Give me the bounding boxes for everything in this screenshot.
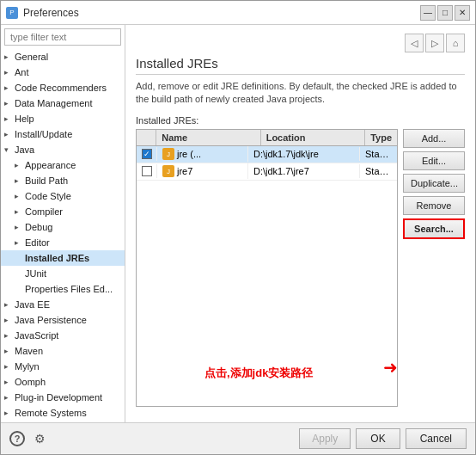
sidebar-item-install-update[interactable]: ▸Install/Update xyxy=(1,126,125,142)
sidebar-item-oomph[interactable]: ▸Oomph xyxy=(1,374,125,390)
checkmark-icon: ✓ xyxy=(143,150,150,158)
sidebar-item-mylyn[interactable]: ▸Mylyn xyxy=(1,359,125,374)
preferences-window: P Preferences — □ ✕ ▸General▸Ant▸Code Re… xyxy=(0,0,476,455)
sidebar-item-label: Mylyn xyxy=(15,361,121,372)
sidebar-item-data-management[interactable]: ▸Data Management xyxy=(1,95,125,111)
edit-button[interactable]: Edit... xyxy=(403,151,465,170)
jre-main: Name Location Type ✓ J jre (... D:\jdk1.… xyxy=(136,129,398,414)
sidebar-item-label: General xyxy=(15,52,121,62)
sidebar-item-label: Appearance xyxy=(25,160,121,170)
sidebar-item-ant[interactable]: ▸Ant xyxy=(1,65,125,80)
jre-row[interactable]: J jre7 D:\jdk1.7\jre7 Standard VM xyxy=(137,163,397,181)
tree-arrow-icon: ▸ xyxy=(15,161,25,169)
apply-button[interactable]: Apply xyxy=(299,428,351,449)
sidebar-item-java-persistence[interactable]: ▸Java Persistence xyxy=(1,312,125,328)
sidebar-item-label: Help xyxy=(15,114,121,124)
sidebar-item-appearance[interactable]: ▸Appearance xyxy=(1,157,125,173)
maximize-button[interactable]: □ xyxy=(437,5,453,21)
jre-type: Standard V... xyxy=(360,147,397,161)
tree-arrow-icon: ▸ xyxy=(4,83,15,92)
settings-icon[interactable]: ⚙ xyxy=(32,431,47,446)
sidebar-item-plug-in-development[interactable]: ▸Plug-in Development xyxy=(1,390,125,405)
sidebar-item-maven[interactable]: ▸Maven xyxy=(1,343,125,359)
sidebar-item-label: Java xyxy=(15,144,121,155)
sidebar-item-code-recommenders[interactable]: ▸Code Recommenders xyxy=(1,80,125,95)
tree-arrow-icon: ▸ xyxy=(4,362,15,371)
bottom-bar: ? ⚙ Apply OK Cancel xyxy=(1,422,475,454)
tree-arrow-icon: ▸ xyxy=(4,52,15,61)
sidebar-item-label: Install/Update xyxy=(15,129,121,139)
tree-arrow-icon: ▸ xyxy=(4,316,15,324)
sidebar-item-compiler[interactable]: ▸Compiler xyxy=(1,204,125,219)
action-buttons: Add... Edit... Duplicate... Remove Searc… xyxy=(403,129,465,414)
sidebar-item-help[interactable]: ▸Help xyxy=(1,111,125,126)
checkbox-input[interactable]: ✓ xyxy=(142,149,152,159)
tree-arrow-icon: ▾ xyxy=(4,145,15,154)
sidebar-item-label: JavaScript xyxy=(15,330,121,341)
jre-checkbox[interactable] xyxy=(137,164,157,178)
panel-description: Add, remove or edit JRE definitions. By … xyxy=(136,80,465,107)
checkbox-input[interactable] xyxy=(142,166,152,176)
jre-row[interactable]: ✓ J jre (... D:\jdk1.7\jdk\jre Standard … xyxy=(137,146,397,163)
tree-arrow-icon: ▸ xyxy=(4,130,15,138)
help-icon[interactable]: ? xyxy=(9,431,25,446)
sidebar-tree: ▸General▸Ant▸Code Recommenders▸Data Mana… xyxy=(1,49,125,422)
sidebar-item-label: Data Management xyxy=(15,98,121,108)
sidebar-item-label: Oomph xyxy=(15,377,121,387)
jre-checkbox[interactable]: ✓ xyxy=(137,147,157,161)
tree-arrow-icon: ▸ xyxy=(4,99,15,108)
jre-name-cell: J jre7 xyxy=(162,165,242,177)
sidebar-item-properties-files[interactable]: Properties Files Ed... xyxy=(1,281,125,297)
th-checkbox xyxy=(137,130,156,145)
duplicate-button[interactable]: Duplicate... xyxy=(403,174,465,193)
close-button[interactable]: ✕ xyxy=(455,5,470,21)
tree-arrow-icon: ▸ xyxy=(4,331,15,340)
cancel-button[interactable]: Cancel xyxy=(406,428,467,449)
bottom-right: Apply OK Cancel xyxy=(299,428,467,449)
tree-arrow-icon: ▸ xyxy=(4,378,15,386)
add-button[interactable]: Add... xyxy=(403,129,465,148)
search-button[interactable]: Search... xyxy=(403,218,465,239)
jre-name-text: jre (... xyxy=(177,149,201,159)
sidebar-item-code-style[interactable]: ▸Code Style xyxy=(1,188,125,204)
tree-arrow-icon: ▸ xyxy=(15,207,25,216)
sidebar-item-java-ee[interactable]: ▸Java EE xyxy=(1,297,125,312)
sidebar-item-label: Remote Systems xyxy=(15,408,121,418)
sidebar-item-javascript[interactable]: ▸JavaScript xyxy=(1,328,125,343)
sidebar-item-label: Properties Files Ed... xyxy=(25,284,121,294)
main-content: ▸General▸Ant▸Code Recommenders▸Data Mana… xyxy=(1,25,475,422)
jre-type: Standard VM xyxy=(360,164,397,178)
forward-button[interactable]: ▷ xyxy=(425,34,444,52)
sidebar-item-remote-systems[interactable]: ▸Remote Systems xyxy=(1,405,125,421)
window-icon: P xyxy=(6,7,18,19)
tree-arrow-icon: ▸ xyxy=(4,300,15,309)
back-button[interactable]: ◁ xyxy=(405,34,424,52)
jre-table: Name Location Type ✓ J jre (... D:\jdk1.… xyxy=(136,129,398,407)
sidebar-item-junit[interactable]: JUnit xyxy=(1,266,125,281)
th-location: Location xyxy=(261,130,365,145)
jre-icon: J xyxy=(162,165,174,177)
jre-area: Name Location Type ✓ J jre (... D:\jdk1.… xyxy=(136,129,465,414)
jre-name: J jre (... xyxy=(157,146,248,162)
sidebar-item-installed-jres[interactable]: Installed JREs xyxy=(1,250,125,266)
tree-arrow-icon: ▸ xyxy=(15,176,25,185)
home-button[interactable]: ⌂ xyxy=(446,34,465,52)
sidebar-item-java[interactable]: ▾Java xyxy=(1,142,125,157)
sidebar-item-label: Code Style xyxy=(25,191,121,201)
sidebar-item-general[interactable]: ▸General xyxy=(1,49,125,65)
title-bar: P Preferences — □ ✕ xyxy=(1,1,475,25)
tree-arrow-icon: ▸ xyxy=(4,393,15,402)
tree-arrow-icon: ▸ xyxy=(15,192,25,200)
sidebar-item-label: Debug xyxy=(25,222,121,232)
th-name: Name xyxy=(156,130,260,145)
toolbar-area: ◁ ▷ ⌂ xyxy=(136,34,465,52)
sidebar-item-label: Java EE xyxy=(15,299,121,310)
sidebar-item-build-path[interactable]: ▸Build Path xyxy=(1,173,125,188)
ok-button[interactable]: OK xyxy=(356,428,400,449)
sidebar-item-editor[interactable]: ▸Editor xyxy=(1,235,125,250)
sidebar-item-label: Maven xyxy=(15,346,121,356)
sidebar-item-debug[interactable]: ▸Debug xyxy=(1,219,125,235)
remove-button[interactable]: Remove xyxy=(403,196,465,215)
filter-input[interactable] xyxy=(4,28,121,46)
minimize-button[interactable]: — xyxy=(420,5,436,21)
